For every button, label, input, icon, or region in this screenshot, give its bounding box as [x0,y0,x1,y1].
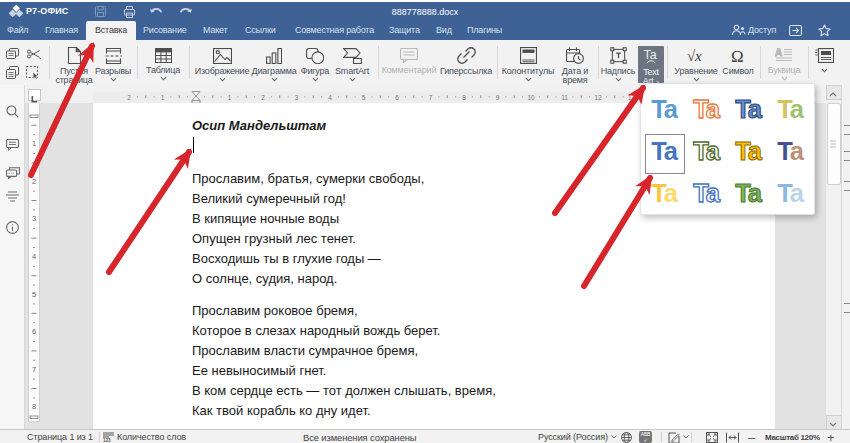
svg-text:4: 4 [32,252,36,261]
svg-text:6: 6 [395,94,399,101]
svg-text:1: 1 [32,139,36,148]
svg-text:3: 3 [32,214,36,223]
svg-text:13: 13 [628,94,636,101]
svg-text:9: 9 [496,94,500,101]
svg-text:1: 1 [161,94,165,101]
svg-text:A: A [775,48,782,58]
svg-text:4: 4 [328,94,332,101]
svg-text:8: 8 [32,402,36,411]
svg-text:2: 2 [32,177,36,186]
svg-text:123: 123 [103,438,111,442]
svg-text:2: 2 [127,94,131,101]
svg-text:7: 7 [32,365,36,374]
svg-text:1: 1 [228,94,232,101]
svg-text:6: 6 [32,327,36,336]
svg-text:Ta: Ta [644,48,657,62]
svg-text:5: 5 [32,290,36,299]
svg-text:7: 7 [429,94,433,101]
svg-text:10: 10 [527,94,535,101]
svg-text:2: 2 [261,94,265,101]
svg-text:11: 11 [561,94,568,101]
svg-text:Ω: Ω [731,47,743,64]
svg-text:12: 12 [594,94,602,101]
svg-text:8: 8 [462,94,466,101]
svg-text:5: 5 [362,94,366,101]
svg-text:√x: √x [687,48,702,64]
svg-text:3: 3 [295,94,299,101]
